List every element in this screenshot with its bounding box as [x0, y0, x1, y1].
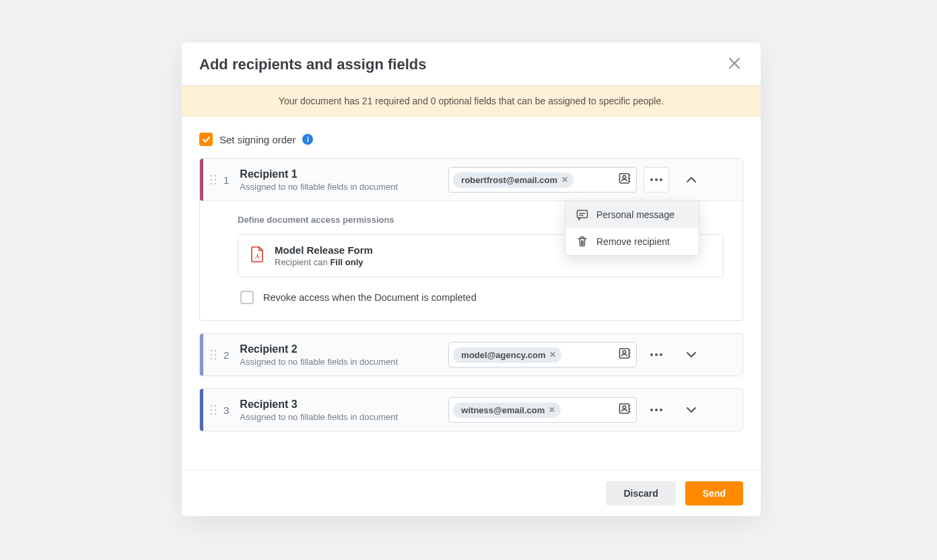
recipient-name: Recipient 3 [240, 398, 448, 411]
recipient-block-2: 2 Recipient 2 Assigned to no fillable fi… [199, 333, 743, 376]
email-tag: model@agency.com ✕ [453, 347, 561, 363]
svg-point-17 [211, 358, 213, 360]
signing-order-row: Set signing order i [199, 133, 743, 146]
expand-button[interactable] [680, 343, 703, 366]
chevron-up-icon [686, 176, 697, 183]
chevron-down-icon [686, 351, 697, 358]
modal-body[interactable]: Set signing order i 1 Recipient 1 Assign… [182, 116, 761, 470]
order-number: 3 [223, 405, 229, 416]
email-value: model@agency.com [461, 350, 545, 360]
info-icon[interactable]: i [302, 134, 313, 145]
document-permission: Recipient can Fill only [275, 257, 373, 267]
document-name: Model Release Form [275, 244, 373, 256]
svg-point-20 [623, 351, 626, 353]
svg-point-1 [215, 175, 217, 177]
collapse-button[interactable] [680, 168, 703, 191]
drag-handle-icon[interactable] [203, 174, 223, 185]
more-horizontal-icon [650, 353, 662, 356]
recipient-header-3: 3 Recipient 3 Assigned to no fillable fi… [200, 389, 742, 431]
revoke-access-row: Revoke access when the Document is compl… [238, 291, 724, 304]
chevron-down-icon [686, 407, 697, 413]
email-input-1[interactable]: robertfrost@email.com ✕ [448, 167, 637, 193]
revoke-access-checkbox[interactable] [240, 291, 254, 304]
svg-point-21 [650, 353, 653, 356]
banner-text: Your document has 21 required and 0 opti… [279, 96, 664, 106]
svg-point-16 [215, 354, 217, 356]
more-horizontal-icon [650, 409, 662, 411]
svg-point-24 [211, 405, 213, 407]
svg-point-0 [211, 175, 213, 177]
recipient-header-1: 1 Recipient 1 Assigned to no fillable fi… [200, 159, 742, 201]
more-options-button[interactable] [644, 342, 669, 368]
more-options-button[interactable] [644, 397, 669, 423]
svg-point-10 [660, 178, 662, 181]
contacts-icon[interactable] [617, 401, 632, 419]
document-info: Model Release Form Recipient can Fill on… [275, 244, 373, 267]
svg-point-29 [215, 413, 217, 415]
svg-point-3 [215, 179, 217, 181]
recipient-info: Recipient 2 Assigned to no fillable fiel… [240, 343, 448, 367]
email-input-2[interactable]: model@agency.com ✕ [448, 342, 637, 368]
more-options-button[interactable] [644, 167, 669, 193]
email-tag: witness@email.com ✕ [453, 403, 561, 418]
more-horizontal-icon [650, 178, 662, 181]
svg-point-23 [660, 353, 662, 356]
svg-point-18 [215, 358, 217, 360]
svg-point-34 [660, 409, 662, 411]
svg-point-4 [211, 183, 213, 185]
drag-handle-icon[interactable] [203, 349, 223, 360]
remove-tag-icon[interactable]: ✕ [549, 405, 555, 415]
dropdown-personal-message[interactable]: Personal message [565, 201, 699, 228]
send-button[interactable]: Send [685, 481, 743, 505]
more-options-dropdown: Personal message Remove recipient [565, 201, 699, 256]
drag-handle-icon[interactable] [203, 405, 223, 415]
order-number: 1 [223, 174, 229, 186]
svg-point-27 [215, 409, 217, 411]
recipient-info: Recipient 1 Assigned to no fillable fiel… [240, 168, 448, 192]
close-icon [728, 57, 740, 69]
signing-order-checkbox[interactable] [199, 133, 213, 146]
svg-point-8 [650, 178, 653, 181]
modal-header: Add recipients and assign fields [182, 42, 761, 85]
modal-footer: Discard Send [182, 470, 761, 516]
svg-point-13 [211, 350, 213, 352]
revoke-access-label: Revoke access when the Document is compl… [263, 292, 477, 303]
svg-point-14 [215, 350, 217, 352]
pdf-icon: 人 [250, 246, 264, 265]
modal-title: Add recipients and assign fields [199, 56, 426, 73]
dropdown-remove-recipient[interactable]: Remove recipient [565, 228, 699, 255]
svg-point-31 [623, 406, 626, 409]
svg-point-2 [211, 179, 213, 181]
discard-button[interactable]: Discard [606, 481, 675, 505]
contacts-icon[interactable] [617, 346, 632, 363]
svg-point-28 [211, 413, 213, 415]
remove-tag-icon[interactable]: ✕ [561, 175, 568, 184]
message-icon [576, 209, 588, 221]
remove-tag-icon[interactable]: ✕ [549, 350, 556, 359]
recipient-info: Recipient 3 Assigned to no fillable fiel… [240, 398, 448, 422]
dropdown-item-label: Remove recipient [596, 236, 670, 247]
svg-text:人: 人 [254, 254, 261, 259]
svg-point-7 [623, 176, 626, 178]
dropdown-item-label: Personal message [596, 209, 674, 220]
recipient-name: Recipient 1 [240, 168, 448, 180]
svg-point-9 [655, 178, 658, 181]
svg-point-32 [650, 409, 653, 411]
email-value: witness@email.com [461, 405, 545, 415]
check-icon [202, 135, 211, 144]
recipient-name: Recipient 2 [240, 343, 448, 355]
contacts-icon[interactable] [617, 171, 632, 188]
svg-point-22 [655, 353, 658, 356]
recipient-header-2: 2 Recipient 2 Assigned to no fillable fi… [200, 334, 742, 376]
svg-rect-11 [578, 211, 588, 218]
email-input-3[interactable]: witness@email.com ✕ [448, 397, 637, 423]
svg-point-5 [215, 183, 217, 185]
svg-point-33 [655, 409, 658, 411]
expand-button[interactable] [680, 398, 703, 421]
recipient-block-3: 3 Recipient 3 Assigned to no fillable fi… [199, 388, 743, 431]
info-banner: Your document has 21 required and 0 opti… [182, 85, 761, 116]
recipient-block-1: 1 Recipient 1 Assigned to no fillable fi… [199, 158, 743, 321]
email-value: robertfrost@email.com [461, 175, 557, 185]
signing-order-label: Set signing order [219, 134, 296, 145]
close-button[interactable] [726, 55, 743, 74]
